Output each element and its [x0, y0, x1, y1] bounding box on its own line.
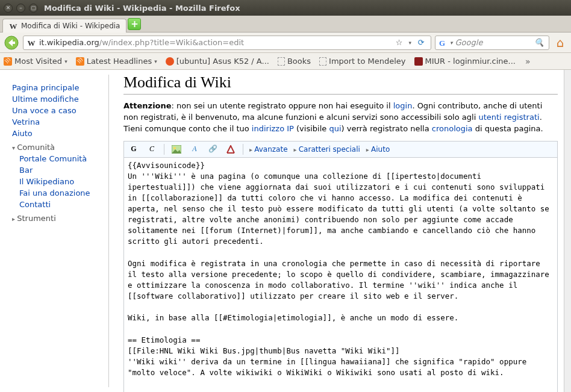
- sidebar-vetrina[interactable]: Vetrina: [12, 116, 101, 128]
- home-button[interactable]: ⌂: [553, 36, 567, 50]
- notice-bold: Attenzione: [123, 101, 172, 110]
- back-arrow-icon: [4, 36, 19, 50]
- bold-button[interactable]: G: [128, 143, 140, 155]
- svg-rect-3: [227, 152, 234, 154]
- new-tab-button[interactable]: +: [128, 18, 141, 30]
- sidebar-recent-changes[interactable]: Ultime modifiche: [12, 93, 101, 105]
- window-titlebar: ✕ – ▢ Modifica di Wiki - Wikipedia - Moz…: [0, 0, 571, 16]
- toolbar-special-chars[interactable]: Caratteri speciali: [294, 145, 360, 154]
- tab-favicon: W: [9, 22, 17, 30]
- url-favicon: W: [27, 39, 36, 47]
- url-dropdown-icon[interactable]: ▾: [408, 40, 411, 46]
- page-icon: [278, 57, 285, 66]
- toolbar-advanced[interactable]: Avanzate: [249, 145, 288, 154]
- sidebar-wikipediano[interactable]: Il Wikipediano: [19, 176, 101, 187]
- page-title: Modifica di Wiki: [123, 73, 558, 95]
- search-bar[interactable]: G ▾ Google 🔍: [435, 36, 549, 50]
- toolbar-separator: [243, 144, 243, 155]
- sidebar-bar[interactable]: Bar: [19, 164, 101, 176]
- ubuntu-icon: [166, 57, 174, 66]
- search-submit-icon[interactable]: 🔍: [533, 37, 545, 49]
- sidebar-main-page[interactable]: Pagina principale: [12, 82, 101, 93]
- registered-users-link[interactable]: utenti registrati: [478, 113, 539, 122]
- bookmark-most-visited[interactable]: Most Visited ▾: [4, 57, 67, 66]
- tab-strip: W Modifica di Wiki - Wikipedia +: [0, 16, 571, 33]
- bookmark-import-mendeley[interactable]: Import to Mendeley: [319, 57, 405, 66]
- window-close-button[interactable]: ✕: [4, 4, 13, 13]
- rss-icon: [4, 57, 12, 66]
- sidebar: Pagina principale Ultime modifiche Una v…: [0, 70, 108, 392]
- chevron-down-icon: ▾: [64, 58, 67, 64]
- tab-label: Modifica di Wiki - Wikipedia: [21, 22, 120, 30]
- sidebar-community-portal[interactable]: Portale Comunità: [19, 153, 101, 164]
- bookmark-miur[interactable]: MIUR - loginmiur.cine...: [414, 57, 516, 66]
- sidebar-contacts[interactable]: Contatti: [19, 199, 101, 210]
- search-engine-dropdown-icon[interactable]: ▾: [450, 40, 453, 46]
- bookmark-books[interactable]: Books: [278, 57, 311, 66]
- toolbar-help[interactable]: Aiuto: [366, 145, 390, 154]
- sidebar-tools-heading[interactable]: Strumenti: [12, 210, 101, 224]
- ip-address-link[interactable]: indirizzo IP: [252, 124, 294, 133]
- anon-edit-notice: Attenzione: non sei un utente registrato…: [123, 101, 558, 135]
- toolbar-separator: [164, 144, 164, 155]
- window-title: Modifica di Wiki - Wikipedia - Mozilla F…: [44, 4, 240, 13]
- bookmarks-overflow-button[interactable]: »: [524, 57, 532, 66]
- browser-tab[interactable]: W Modifica di Wiki - Wikipedia: [2, 19, 126, 33]
- sidebar-donate[interactable]: Fai una donazione: [19, 187, 101, 199]
- link-button[interactable]: 🔗: [207, 143, 219, 155]
- google-icon: G: [439, 39, 448, 47]
- editor-toolbar: G C A 🔗 Avanzate Caratteri speciali Aiut…: [123, 141, 558, 158]
- reference-button[interactable]: [225, 143, 237, 155]
- reload-button[interactable]: ⟳: [415, 37, 427, 49]
- chevron-down-icon: ▾: [154, 58, 157, 64]
- url-bar[interactable]: W it.wikipedia.org/w/index.php?title=Wik…: [23, 36, 431, 50]
- nav-toolbar: W it.wikipedia.org/w/index.php?title=Wik…: [0, 33, 571, 53]
- page-content: Pagina principale Ultime modifiche Una v…: [0, 70, 571, 392]
- wikitext-editor[interactable]: [123, 158, 558, 392]
- search-placeholder: Google: [455, 38, 531, 47]
- bookmarks-toolbar: Most Visited ▾ Latest Headlines ▾ [ubunt…: [0, 53, 571, 70]
- rss-icon: [76, 57, 84, 66]
- main-area: Modifica di Wiki Attenzione: non sei un …: [109, 70, 564, 392]
- signature-button[interactable]: A: [189, 143, 201, 155]
- back-button[interactable]: [4, 35, 19, 51]
- bookmark-latest-headlines[interactable]: Latest Headlines ▾: [76, 57, 157, 66]
- window-maximize-button[interactable]: ▢: [29, 4, 38, 13]
- italic-button[interactable]: C: [146, 143, 158, 155]
- login-link[interactable]: login: [393, 101, 413, 110]
- svg-point-2: [173, 147, 176, 149]
- url-text: it.wikipedia.org/w/index.php?title=Wiki&…: [39, 38, 389, 47]
- bookmark-star-icon[interactable]: ☆: [393, 37, 405, 49]
- sidebar-random[interactable]: Una voce a caso: [12, 105, 101, 116]
- sidebar-community-heading[interactable]: Comunità: [12, 139, 101, 153]
- page-icon: [319, 57, 326, 66]
- vertical-scrollbar[interactable]: [564, 70, 571, 392]
- window-minimize-button[interactable]: –: [16, 4, 25, 13]
- insert-image-button[interactable]: [170, 143, 183, 155]
- bookmark-ubuntu-asus[interactable]: [ubuntu] Asus K52 / A...: [166, 57, 269, 66]
- miur-icon: [414, 57, 423, 66]
- history-link[interactable]: cronologia: [432, 124, 473, 133]
- sidebar-help[interactable]: Aiuto: [12, 128, 101, 139]
- ip-visible-link[interactable]: qui: [329, 124, 341, 133]
